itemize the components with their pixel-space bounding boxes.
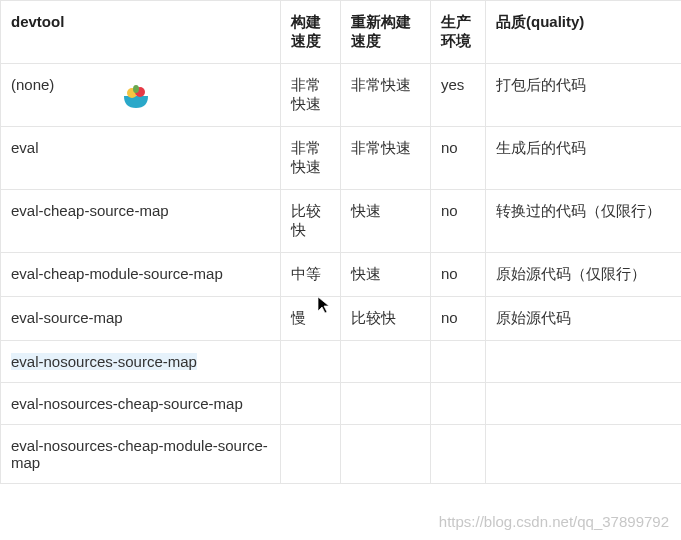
header-quality: 品质(quality) — [486, 1, 682, 64]
build-speed-cell: 比较快 — [281, 190, 341, 253]
production-cell: yes — [431, 64, 486, 127]
devtool-cell: eval-cheap-source-map — [1, 190, 281, 253]
svg-point-2 — [133, 85, 139, 93]
table-row: eval-nosources-cheap-source-map — [1, 383, 682, 425]
build-speed-cell: 中等 — [281, 253, 341, 297]
rebuild-speed-cell — [341, 383, 431, 425]
devtool-cell: eval — [1, 127, 281, 190]
production-cell: no — [431, 190, 486, 253]
quality-cell — [486, 425, 682, 484]
devtool-cell: eval-nosources-cheap-module-source-map — [1, 425, 281, 484]
build-speed-cell: 非常快速 — [281, 64, 341, 127]
table-row: eval-source-map慢比较快no原始源代码 — [1, 297, 682, 341]
devtool-cell: eval-nosources-source-map — [1, 341, 281, 383]
devtool-cell: eval-cheap-module-source-map — [1, 253, 281, 297]
quality-cell: 生成后的代码 — [486, 127, 682, 190]
highlighted-text: eval-nosources-source-map — [11, 353, 197, 370]
build-speed-cell — [281, 425, 341, 484]
production-cell — [431, 383, 486, 425]
build-speed-cell — [281, 341, 341, 383]
build-speed-cell: 慢 — [281, 297, 341, 341]
rebuild-speed-cell: 非常快速 — [341, 127, 431, 190]
production-cell: no — [431, 297, 486, 341]
table-row: eval非常快速非常快速no生成后的代码 — [1, 127, 682, 190]
quality-cell: 转换过的代码（仅限行） — [486, 190, 682, 253]
table-row: eval-nosources-source-map — [1, 341, 682, 383]
watermark-text: https://blog.csdn.net/qq_37899792 — [439, 513, 669, 530]
table-row: eval-cheap-module-source-map中等快速no原始源代码（… — [1, 253, 682, 297]
rebuild-speed-cell — [341, 341, 431, 383]
header-production: 生产环境 — [431, 1, 486, 64]
table-body: (none)非常快速非常快速yes打包后的代码eval非常快速非常快速no生成后… — [1, 64, 682, 484]
build-speed-cell: 非常快速 — [281, 127, 341, 190]
production-cell — [431, 425, 486, 484]
rebuild-speed-cell: 非常快速 — [341, 64, 431, 127]
build-speed-cell — [281, 383, 341, 425]
header-devtool: devtool — [1, 1, 281, 64]
table-row: (none)非常快速非常快速yes打包后的代码 — [1, 64, 682, 127]
production-cell — [431, 341, 486, 383]
fruit-bowl-icon — [120, 80, 152, 112]
table-row: eval-cheap-source-map比较快快速no转换过的代码（仅限行） — [1, 190, 682, 253]
devtool-comparison-table: devtool 构建速度 重新构建速度 生产环境 品质(quality) (no… — [0, 0, 681, 484]
quality-cell: 原始源代码 — [486, 297, 682, 341]
quality-cell — [486, 341, 682, 383]
rebuild-speed-cell — [341, 425, 431, 484]
quality-cell: 打包后的代码 — [486, 64, 682, 127]
header-rebuild-speed: 重新构建速度 — [341, 1, 431, 64]
header-build-speed: 构建速度 — [281, 1, 341, 64]
production-cell: no — [431, 253, 486, 297]
rebuild-speed-cell: 快速 — [341, 253, 431, 297]
rebuild-speed-cell: 比较快 — [341, 297, 431, 341]
devtool-cell: eval-source-map — [1, 297, 281, 341]
quality-cell: 原始源代码（仅限行） — [486, 253, 682, 297]
production-cell: no — [431, 127, 486, 190]
rebuild-speed-cell: 快速 — [341, 190, 431, 253]
devtool-cell: eval-nosources-cheap-source-map — [1, 383, 281, 425]
table-row: eval-nosources-cheap-module-source-map — [1, 425, 682, 484]
table-header-row: devtool 构建速度 重新构建速度 生产环境 品质(quality) — [1, 1, 682, 64]
quality-cell — [486, 383, 682, 425]
mouse-cursor-icon — [317, 296, 331, 314]
